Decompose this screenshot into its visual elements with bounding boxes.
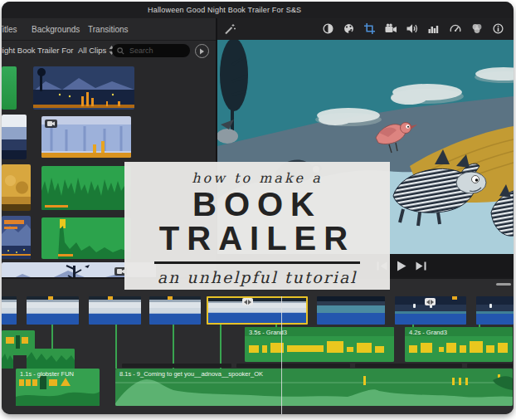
imovie-window: Halloween Good Night Book Trailer For S&…	[2, 2, 514, 414]
video-clip[interactable]	[317, 296, 385, 325]
figure-mark	[413, 304, 416, 308]
track-gap	[467, 364, 513, 368]
transition-badge-icon[interactable]	[425, 298, 436, 305]
title-card-line2: TRAILER	[124, 222, 390, 254]
track-gap	[122, 364, 231, 368]
night-village-art	[33, 66, 134, 110]
title-card-divider	[154, 261, 360, 264]
audio-clip[interactable]	[2, 350, 13, 369]
track-gap	[355, 364, 462, 368]
browser-tabs: Titles Backgrounds Transitions	[2, 18, 216, 41]
clip-thumbnail[interactable]	[2, 115, 27, 159]
clip-marker	[48, 296, 53, 300]
clip-info-icon[interactable]	[493, 23, 504, 34]
tab-titles[interactable]: Titles	[2, 25, 17, 34]
clip-thumbnail[interactable]	[2, 66, 17, 110]
clip-filter-icon[interactable]	[471, 23, 483, 34]
clip-thumbnail[interactable]	[33, 66, 134, 110]
search-icon	[117, 47, 124, 55]
video-clip[interactable]	[89, 296, 141, 325]
audio-clip-globster[interactable]: 1.1s - globster FUN	[16, 369, 100, 406]
book-cover-art	[2, 216, 31, 259]
waveform-art	[27, 349, 75, 369]
figure-mark	[489, 304, 492, 308]
clip-connector	[173, 325, 174, 369]
browser-filter-row: Night Book Trailer For S All Clips	[2, 41, 216, 61]
audio-clip-thumbnail[interactable]	[41, 217, 131, 259]
waveform-art	[2, 350, 13, 369]
timeline-scrollbar[interactable]	[496, 283, 511, 286]
speed-icon[interactable]	[450, 23, 461, 34]
clips-filter-dropdown[interactable]: All Clips	[78, 46, 114, 55]
waveform-art	[41, 217, 131, 259]
clip-thumbnail[interactable]	[2, 216, 31, 259]
crop-icon[interactable]	[364, 23, 375, 34]
waveform-art	[41, 166, 131, 210]
title-card-line1: BOOK	[124, 188, 390, 220]
color-balance-icon[interactable]	[323, 23, 333, 34]
transition-badge-icon[interactable]	[242, 298, 253, 305]
clip-thumbnail[interactable]	[2, 164, 31, 211]
window-titlebar: Halloween Good Night Book Trailer For S&…	[2, 2, 514, 18]
adjust-icons-group	[323, 23, 504, 34]
adjust-toolbar	[217, 18, 514, 41]
camera-badge-icon	[45, 120, 57, 128]
video-clip[interactable]	[149, 296, 201, 325]
audio-clip-label: 4.2s - Grand3	[409, 329, 447, 336]
volume-icon[interactable]	[406, 23, 418, 34]
search-input[interactable]	[128, 46, 181, 56]
title-card-kicker: how to make a	[124, 170, 390, 186]
audio-clip-coming-to-get-you[interactable]: 8.1s - 9_Coming to get you__adnova__spoo…	[115, 369, 513, 406]
clip-thumbnail[interactable]	[41, 116, 131, 158]
play-icon[interactable]	[397, 261, 406, 271]
clip-connector	[115, 325, 117, 369]
tab-transitions[interactable]: Transitions	[88, 25, 129, 34]
clip-marker	[452, 296, 457, 300]
color-correction-icon[interactable]	[343, 23, 354, 34]
enhance-wand-icon[interactable]	[224, 23, 236, 35]
play-arrow-icon	[199, 48, 205, 55]
audio-clip-grand3-a[interactable]: 3.5s - Grand3	[245, 327, 394, 362]
playhead[interactable]	[281, 296, 282, 414]
window-title: Halloween Good Night Book Trailer For S&…	[148, 6, 301, 14]
video-clip-selected[interactable]	[207, 296, 308, 325]
audio-clip[interactable]	[27, 349, 75, 369]
clip-connector	[51, 325, 53, 349]
noise-reduction-icon[interactable]	[428, 23, 440, 34]
audio-clip-thumbnail[interactable]	[41, 166, 131, 210]
clip-marker	[108, 296, 113, 300]
tab-backgrounds[interactable]: Backgrounds	[32, 25, 80, 34]
title-card-subtitle: an unhelpful tutorial	[124, 268, 390, 286]
clip-marker	[168, 296, 173, 300]
clip-connector	[220, 325, 221, 369]
audio-clip-label: 8.1s - 9_Coming to get you__adnova__spoo…	[119, 370, 263, 378]
video-clip[interactable]	[2, 296, 17, 325]
track-gap	[236, 364, 350, 368]
audio-clip-label: 1.1s - globster FUN	[20, 370, 74, 378]
title-card-overlay: how to make a BOOK TRAILER an unhelpful …	[124, 162, 390, 290]
audio-clip-grand3-b[interactable]: 4.2s - Grand3	[405, 327, 513, 362]
video-clip[interactable]	[476, 296, 514, 325]
stabilization-camera-icon[interactable]	[385, 23, 397, 34]
browser-forward-button[interactable]	[195, 44, 209, 58]
search-field[interactable]	[112, 44, 190, 57]
project-name-label[interactable]: Night Book Trailer For S	[2, 46, 75, 55]
timeline[interactable]: 3.5s - Grand3 4.2s - Grand3 1.1s - globs…	[2, 277, 514, 414]
video-clip[interactable]	[27, 296, 79, 325]
skip-forward-icon[interactable]	[416, 261, 426, 271]
